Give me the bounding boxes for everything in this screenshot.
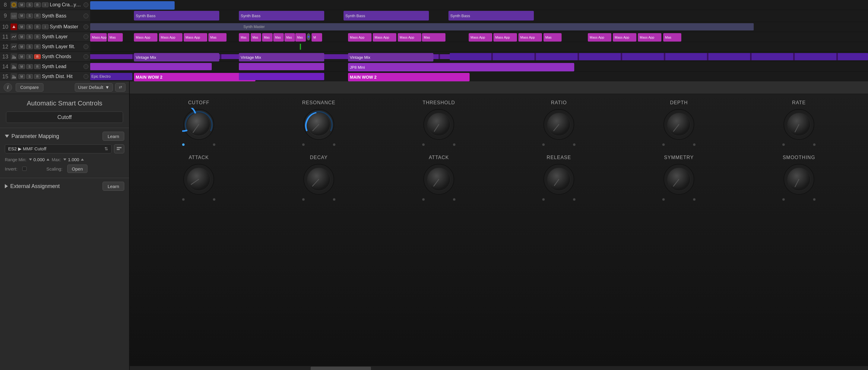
clip[interactable]: Mass App [184, 33, 207, 42]
mute-btn[interactable]: M [19, 74, 25, 79]
solo-btn[interactable]: S [26, 44, 33, 49]
clip[interactable]: Mas [239, 33, 249, 42]
range-min-decrease-btn[interactable] [29, 159, 32, 161]
clip[interactable]: Mass App [638, 33, 661, 42]
track-end-button[interactable] [84, 74, 88, 79]
record-btn[interactable]: R [34, 2, 41, 7]
depth-knob[interactable] [662, 108, 695, 141]
track-end-button[interactable] [84, 54, 88, 59]
two-arrows-button[interactable]: ⇄ [115, 83, 125, 92]
synth-horizontal-scrollbar[interactable] [130, 366, 868, 370]
rate-knob[interactable] [782, 108, 815, 141]
clip[interactable]: Mas [295, 33, 306, 42]
solo-btn[interactable]: S [26, 13, 33, 19]
record-btn[interactable]: R [34, 74, 41, 79]
mute-btn[interactable]: M [19, 44, 25, 49]
mute-btn[interactable]: M [19, 13, 25, 19]
clip[interactable]: Mas [208, 33, 226, 42]
track-end-button[interactable] [84, 13, 88, 19]
symmetry-knob[interactable] [662, 163, 695, 196]
invert-checkbox[interactable] [22, 167, 27, 171]
resonance-knob[interactable] [302, 108, 335, 141]
track-end-button[interactable] [84, 44, 88, 49]
clip[interactable]: Mass App [134, 33, 157, 42]
attack-bottom-knob[interactable] [182, 163, 215, 196]
release-knob[interactable] [542, 163, 576, 196]
clip[interactable]: Mass App [90, 33, 107, 42]
info-button[interactable]: i [4, 83, 12, 92]
record-btn[interactable]: R [34, 24, 41, 29]
mute-btn[interactable]: M [19, 34, 25, 39]
clip[interactable]: Vintage Mix [134, 53, 219, 62]
expand-triangle-icon[interactable] [5, 184, 8, 188]
clip[interactable]: Mass App [519, 33, 542, 42]
clip[interactable]: Mass App [588, 33, 611, 42]
clip[interactable]: Vintage Mix [239, 53, 324, 62]
input-btn[interactable]: I [42, 2, 49, 7]
track-end-button[interactable] [84, 2, 88, 7]
cutoff-selector[interactable]: Cutoff [6, 111, 123, 123]
collapse-triangle-icon[interactable] [5, 135, 9, 138]
clip[interactable]: Mas [251, 33, 261, 42]
open-button[interactable]: Open [67, 165, 88, 173]
range-max-decrease-btn[interactable] [63, 159, 66, 161]
clip[interactable]: JP8 Mini [348, 63, 574, 71]
clip[interactable]: Mass App [159, 33, 183, 42]
clip[interactable]: Mas [284, 33, 295, 42]
clip[interactable]: Mass App [613, 33, 637, 42]
range-min-increase-btn[interactable] [46, 159, 50, 161]
mute-btn[interactable]: M [19, 64, 25, 69]
record-btn[interactable]: R [34, 44, 41, 49]
clip[interactable]: Synth Bass [343, 11, 429, 21]
clip[interactable]: Mass App [348, 33, 372, 42]
mute-btn[interactable]: M [19, 54, 25, 59]
clip[interactable]: Synth Bass [239, 11, 324, 21]
cutoff-knob[interactable] [182, 108, 215, 141]
compare-button[interactable]: Compare [16, 83, 43, 92]
comp-attack-knob[interactable] [422, 163, 456, 196]
clip[interactable]: Mass App [469, 33, 492, 42]
clip[interactable]: Vintage Mix [348, 53, 433, 62]
solo-btn[interactable]: S [26, 64, 33, 69]
record-btn[interactable]: R [34, 34, 41, 39]
record-btn[interactable]: R [34, 54, 41, 59]
clip[interactable]: Mass App [398, 33, 421, 42]
solo-btn[interactable]: S [26, 24, 33, 29]
ratio-knob[interactable] [542, 108, 576, 141]
range-max-increase-btn[interactable] [81, 159, 84, 161]
clip[interactable] [90, 1, 175, 10]
clip[interactable]: MAIN WOW 2 [348, 73, 470, 81]
clip[interactable]: Mas [544, 33, 562, 42]
ext-learn-button[interactable]: Learn [102, 182, 124, 191]
clip[interactable]: Mas [273, 33, 284, 42]
record-btn[interactable]: R [34, 13, 41, 19]
track-end-button[interactable] [84, 24, 88, 29]
clip[interactable]: Mass App [373, 33, 396, 42]
record-btn[interactable]: R [34, 64, 41, 69]
input-btn[interactable]: I [42, 24, 49, 29]
smoothing-knob[interactable] [782, 163, 815, 196]
solo-btn[interactable]: S [26, 74, 33, 79]
mapping-icon-button[interactable] [114, 144, 124, 154]
clip[interactable]: Synth Bass [448, 11, 534, 21]
threshold-knob[interactable] [422, 108, 456, 141]
mute-btn[interactable]: M [19, 24, 25, 29]
track-end-button[interactable] [84, 64, 88, 69]
solo-btn[interactable]: S [26, 34, 33, 39]
solo-btn[interactable]: S [26, 2, 33, 7]
preset-selector[interactable]: User Default ▼ [75, 83, 113, 92]
solo-btn[interactable]: S [26, 54, 33, 59]
clip[interactable]: Mass App [493, 33, 517, 42]
mute-btn[interactable]: M [19, 2, 25, 7]
clip[interactable]: Mas [262, 33, 273, 42]
clip[interactable]: Synth Bass [134, 11, 219, 21]
clip[interactable]: Mas [422, 33, 445, 42]
clip[interactable]: Mas [108, 33, 123, 42]
decay-knob[interactable] [302, 163, 335, 196]
clip[interactable]: Mas [663, 33, 681, 42]
clip[interactable]: M [312, 33, 322, 42]
track-end-button[interactable] [84, 34, 88, 39]
mapping-selector-dropdown[interactable]: ES2 ▶ MMF Cutoff ⇅ [5, 144, 112, 154]
clip[interactable]: MAIN WOW 2 [134, 73, 255, 81]
learn-button[interactable]: Learn [102, 132, 124, 141]
